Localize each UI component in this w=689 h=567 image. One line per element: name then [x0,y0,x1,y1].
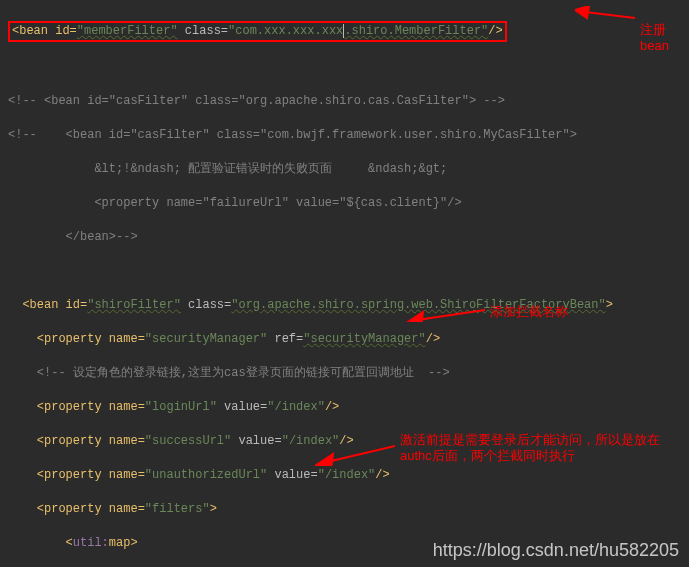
annotation-text: 激活前提是需要登录后才能访问，所以是放在authc后面，两个拦截同时执行 [400,432,670,464]
watermark-text: https://blog.csdn.net/hu582205 [433,540,679,561]
annotation-text: 添加拦截名称 [490,304,568,320]
svg-line-4 [327,446,395,462]
xml-tag: <bean id= [12,24,77,38]
code-editor: <bean id="memberFilter" class="com.xxx.x… [0,0,689,567]
svg-marker-5 [315,454,333,466]
arrow-icon [575,6,635,22]
annotation-text: 注册 bean [640,22,669,54]
svg-marker-1 [575,6,589,18]
svg-line-2 [417,310,485,320]
arrow-icon [405,298,485,322]
comment-line: <!-- <bean id="casFilter" class="org.apa… [8,93,681,110]
svg-marker-3 [405,312,423,322]
arrow-icon [315,436,395,466]
svg-line-0 [585,12,635,18]
